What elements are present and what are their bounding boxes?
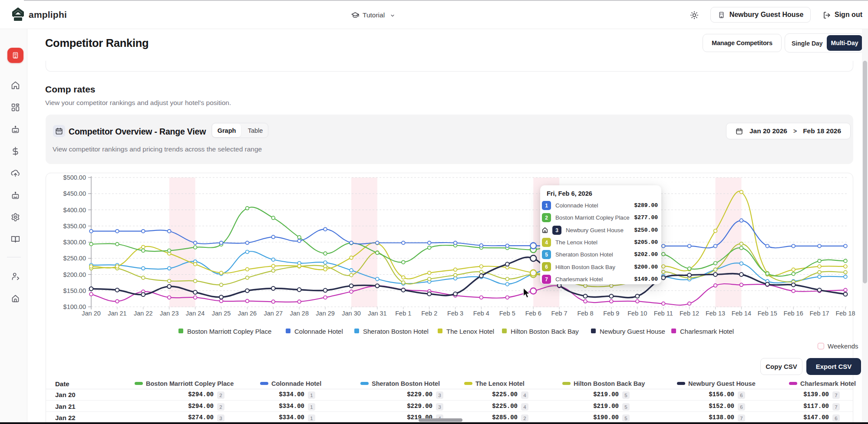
svg-text:Feb 6: Feb 6: [525, 310, 541, 317]
svg-text:$250.00: $250.00: [63, 255, 86, 262]
svg-text:$500.00: $500.00: [63, 174, 86, 181]
svg-text:Feb 12: Feb 12: [680, 310, 699, 317]
svg-text:Feb 13: Feb 13: [706, 310, 725, 317]
svg-text:Jan 27: Jan 27: [264, 310, 283, 317]
svg-text:Jan 29: Jan 29: [316, 310, 335, 317]
svg-text:$450.00: $450.00: [63, 190, 86, 197]
svg-text:Jan 23: Jan 23: [160, 310, 179, 317]
svg-text:$100.00: $100.00: [63, 303, 86, 310]
svg-text:Feb 3: Feb 3: [447, 310, 463, 317]
svg-text:Feb 11: Feb 11: [654, 310, 673, 317]
svg-text:Feb 5: Feb 5: [499, 310, 515, 317]
svg-text:Feb 7: Feb 7: [551, 310, 568, 317]
svg-text:Feb 1: Feb 1: [395, 310, 411, 317]
svg-text:Jan 28: Jan 28: [290, 310, 309, 317]
svg-text:$300.00: $300.00: [63, 239, 86, 246]
svg-text:Feb 16: Feb 16: [784, 310, 803, 317]
svg-text:$150.00: $150.00: [63, 287, 86, 294]
svg-text:Jan 26: Jan 26: [238, 310, 257, 317]
svg-text:$200.00: $200.00: [63, 271, 86, 278]
svg-text:$400.00: $400.00: [63, 207, 86, 214]
svg-text:Feb 9: Feb 9: [603, 310, 619, 317]
svg-text:Jan 31: Jan 31: [368, 310, 387, 317]
svg-text:Jan 22: Jan 22: [134, 310, 153, 317]
svg-text:Feb 8: Feb 8: [577, 310, 593, 317]
svg-text:Jan 30: Jan 30: [342, 310, 361, 317]
svg-text:Feb 2: Feb 2: [421, 310, 437, 317]
svg-text:Jan 25: Jan 25: [212, 310, 231, 317]
svg-text:Jan 24: Jan 24: [186, 310, 205, 317]
svg-text:Jan 21: Jan 21: [108, 310, 127, 317]
svg-text:Feb 18: Feb 18: [835, 310, 855, 317]
svg-text:Feb 4: Feb 4: [473, 310, 489, 317]
svg-text:Feb 10: Feb 10: [627, 310, 647, 317]
svg-text:Feb 15: Feb 15: [758, 310, 777, 317]
svg-text:Jan 20: Jan 20: [82, 310, 101, 317]
svg-text:Feb 17: Feb 17: [810, 310, 829, 317]
svg-text:Feb 14: Feb 14: [732, 310, 751, 317]
svg-text:$350.00: $350.00: [63, 223, 86, 230]
